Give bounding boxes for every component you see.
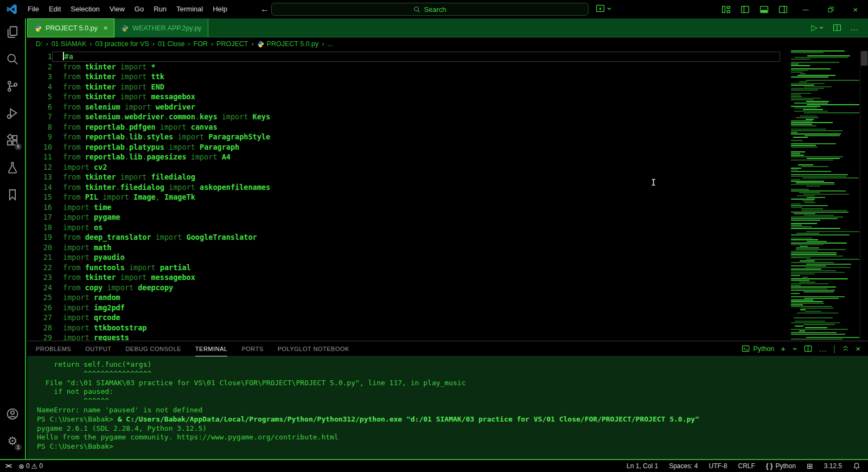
code-line[interactable]: 6from selenium import webdriver — [27, 102, 780, 112]
code-line[interactable]: 8from reportlab.pdfgen import canvas — [27, 122, 780, 132]
line-number[interactable]: 27 — [27, 312, 52, 323]
breadcrumb[interactable]: D:›01 SIAMAK›03 practice for VS›01 Close… — [27, 37, 868, 50]
menu-help[interactable]: Help — [208, 0, 232, 18]
line-number[interactable]: 12 — [27, 162, 52, 173]
run-python-file-button[interactable]: ▷ — [811, 23, 824, 33]
breadcrumb-item[interactable]: 01 SIAMAK — [50, 40, 88, 48]
remote-indicator-icon[interactable]: >< — [5, 462, 11, 470]
tab-weather-app-2py-py[interactable]: WEATHER APP.2py.py — [114, 18, 208, 37]
code-line[interactable]: 9from reportlab.lib.styles import Paragr… — [27, 132, 780, 142]
toggle-sidebar-icon[interactable] — [741, 5, 750, 14]
code-line[interactable]: 16import time — [27, 202, 780, 213]
line-number[interactable]: 2 — [27, 62, 52, 72]
status-python[interactable]: { }Python — [766, 462, 796, 470]
code-line[interactable]: 5from tkinter import messagebox — [27, 92, 780, 102]
panel-tab-ports[interactable]: PORTS — [241, 341, 263, 356]
split-terminal-icon[interactable] — [804, 345, 812, 353]
scrollbar-slider[interactable] — [861, 51, 867, 66]
code-line[interactable]: 26import img2pdf — [27, 303, 780, 313]
problems-indicator[interactable]: ⊗ 0 ⚠ 0 — [18, 462, 43, 470]
menu-terminal[interactable]: Terminal — [171, 0, 208, 18]
activitybar-explorer[interactable] — [0, 18, 25, 46]
terminal-dropdown-icon[interactable] — [792, 346, 797, 352]
line-number[interactable]: 24 — [27, 283, 52, 293]
menu-selection[interactable]: Selection — [66, 0, 104, 18]
status-spaces-4[interactable]: Spaces: 4 — [669, 462, 698, 470]
chevron-down-icon[interactable] — [819, 25, 824, 30]
line-number[interactable]: 19 — [27, 232, 52, 243]
code-line[interactable]: 2from tkinter import * — [27, 62, 780, 72]
close-tab-icon[interactable]: × — [104, 24, 108, 32]
status-bell-icon[interactable] — [853, 462, 860, 470]
line-number[interactable]: 15 — [27, 192, 52, 202]
minimap[interactable] — [790, 50, 859, 341]
code-line[interactable]: 24from copy import deepcopy — [27, 283, 780, 293]
line-number[interactable]: 16 — [27, 202, 52, 213]
code-line[interactable]: 11from reportlab.lib.pagesizes import A4 — [27, 152, 780, 162]
customize-layout-icon[interactable] — [722, 5, 731, 14]
line-number[interactable]: 14 — [27, 182, 52, 193]
line-number[interactable]: 7 — [27, 112, 52, 122]
code-line[interactable]: 13from tkinter import filedialog — [27, 172, 780, 182]
editor-scrollbar[interactable] — [860, 50, 868, 341]
line-number[interactable]: 25 — [27, 292, 52, 303]
line-number[interactable]: 28 — [27, 323, 52, 333]
panel-tab-terminal[interactable]: TERMINAL — [195, 341, 228, 356]
breadcrumb-item[interactable]: ... — [326, 40, 334, 48]
code-line[interactable]: 15from PIL import Image, ImageTk — [27, 192, 780, 202]
activitybar-account[interactable] — [0, 400, 25, 428]
menu-view[interactable]: View — [105, 0, 130, 18]
restore-button[interactable] — [818, 0, 843, 18]
menu-go[interactable]: Go — [130, 0, 149, 18]
maximize-panel-icon[interactable] — [842, 345, 849, 352]
close-window-button[interactable]: × — [843, 0, 868, 18]
panel-more-actions-icon[interactable]: … — [819, 344, 827, 353]
code-line[interactable]: 18import os — [27, 222, 780, 233]
line-number[interactable]: 5 — [27, 92, 52, 102]
menu-file[interactable]: File — [23, 0, 44, 18]
menu-run[interactable]: Run — [149, 0, 171, 18]
breadcrumb-item[interactable]: 01 Close — [157, 40, 186, 48]
line-number[interactable]: 3 — [27, 72, 52, 82]
tab-project-5-0-py[interactable]: PROJECT 5.0.py× — [27, 18, 114, 37]
close-panel-icon[interactable]: × — [856, 344, 860, 353]
panel-tab-polyglot-notebook[interactable]: POLYGLOT NOTEBOOK — [278, 341, 349, 356]
line-number[interactable]: 4 — [27, 82, 52, 92]
code-line[interactable]: 22from functools import partial — [27, 263, 780, 273]
menu-edit[interactable]: Edit — [44, 0, 66, 18]
code-line[interactable]: 1#a — [27, 52, 780, 62]
code-line[interactable]: 23from tkinter import messagebox — [27, 272, 780, 283]
line-number[interactable]: 10 — [27, 142, 52, 152]
status-crlf[interactable]: CRLF — [738, 462, 755, 470]
code-line[interactable]: 3from tkinter import ttk — [27, 72, 780, 82]
line-number[interactable]: 22 — [27, 263, 52, 273]
new-terminal-button[interactable]: + — [781, 344, 786, 353]
activitybar-bookmarks[interactable] — [0, 181, 25, 208]
activitybar-extensions[interactable]: 5 — [0, 127, 25, 154]
status-grid-icon[interactable]: ⊞ — [807, 462, 813, 470]
toggle-panel-icon[interactable] — [760, 5, 769, 14]
code-line[interactable]: 19from deep_translator import GoogleTran… — [27, 232, 780, 243]
status-ln-1-col-1[interactable]: Ln 1, Col 1 — [627, 462, 658, 470]
terminal-output[interactable]: return self.func(*args) ^^^^^^^^^^^^^^^^… — [27, 356, 868, 459]
line-number[interactable]: 11 — [27, 152, 52, 162]
code-line[interactable]: 21import pyaudio — [27, 252, 780, 263]
back-icon[interactable]: ← — [260, 4, 269, 14]
breadcrumb-item[interactable]: 03 practice for VS — [94, 40, 150, 48]
manage-layout-button[interactable] — [596, 4, 612, 13]
code-line[interactable]: 29import requests — [27, 333, 780, 341]
line-number[interactable]: 1 — [27, 52, 52, 62]
line-number[interactable]: 9 — [27, 132, 52, 142]
status-3.12.5[interactable]: 3.12.5 — [824, 462, 842, 470]
panel-tab-debug-console[interactable]: DEBUG CONSOLE — [125, 341, 181, 356]
code-line[interactable]: 14from tkinter.filedialog import askopen… — [27, 182, 780, 193]
line-number[interactable]: 18 — [27, 222, 52, 233]
search-input[interactable]: Search — [271, 3, 589, 16]
code-line[interactable]: 27import qrcode — [27, 312, 780, 323]
line-number[interactable]: 13 — [27, 172, 52, 182]
code-editor[interactable]: 1#a2from tkinter import *3from tkinter i… — [27, 50, 868, 341]
line-number[interactable]: 21 — [27, 252, 52, 263]
breadcrumb-item[interactable]: FOR — [193, 40, 209, 48]
activitybar-source-control[interactable] — [0, 73, 25, 100]
toggle-secondary-sidebar-icon[interactable] — [778, 5, 788, 14]
